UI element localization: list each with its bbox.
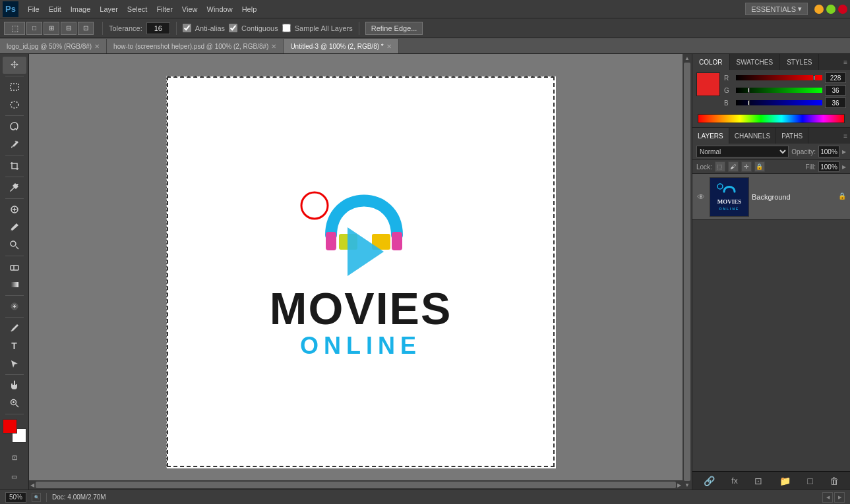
menu-view[interactable]: View <box>178 4 202 14</box>
close-button[interactable] <box>838 5 847 14</box>
menu-select[interactable]: Select <box>123 4 152 14</box>
blend-mode-select[interactable]: Normal <box>696 146 789 157</box>
scroll-down-icon[interactable]: ▼ <box>684 482 690 488</box>
tab-styles[interactable]: STYLES <box>780 54 819 70</box>
crop-tool[interactable] <box>3 157 26 175</box>
opacity-input[interactable]: 100% <box>818 146 839 157</box>
tab-logo-id[interactable]: logo_id.jpg @ 50% (RGB/8#) ✕ <box>0 39 107 53</box>
menu-file[interactable]: File <box>24 4 44 14</box>
layer-name-label: Background <box>752 193 835 201</box>
blue-value-input[interactable]: 36 <box>825 98 846 108</box>
eyedropper-tool[interactable] <box>3 179 26 196</box>
tab-layers[interactable]: LAYERS <box>692 128 729 144</box>
tab-close-icon[interactable]: ✕ <box>94 43 100 50</box>
screen-mode-button[interactable]: ▭ <box>3 468 26 485</box>
new-layer-icon[interactable]: □ <box>807 476 812 486</box>
refine-edge-button[interactable]: Refine Edge... <box>365 22 423 35</box>
layer-visibility-icon[interactable]: 👁 <box>695 191 707 203</box>
hand-tool[interactable] <box>3 377 26 394</box>
color-spectrum-bar[interactable] <box>698 114 845 123</box>
scroll-thumb[interactable] <box>684 63 690 481</box>
scroll-thumb-h[interactable] <box>36 482 676 488</box>
healing-brush-tool[interactable] <box>3 201 26 218</box>
minimize-button[interactable] <box>814 5 824 14</box>
tool-preset-picker[interactable]: ⬚ <box>4 22 25 35</box>
foreground-color-swatch[interactable] <box>3 419 17 434</box>
fill-arrow-icon[interactable]: ▶ <box>842 164 846 170</box>
add-style-icon[interactable]: fx <box>731 476 737 486</box>
menu-edit[interactable]: Edit <box>45 4 65 14</box>
gradient-tool[interactable] <box>3 276 26 293</box>
eraser-tool[interactable] <box>3 258 26 275</box>
brush-tool[interactable] <box>3 219 26 236</box>
link-layers-icon[interactable]: 🔗 <box>704 476 715 486</box>
zoom-status-icon[interactable]: 🔍 <box>32 493 41 502</box>
delete-layer-icon[interactable]: 🗑 <box>830 476 839 486</box>
status-bar: 🔍 Doc: 4.00M/2.70M ◀ ▶ <box>0 490 850 504</box>
layer-background[interactable]: 👁 MOVIES ONLINE Background 🔒 <box>692 174 850 220</box>
menu-image[interactable]: Image <box>67 4 95 14</box>
toolbar-separator <box>5 414 24 414</box>
color-swatch[interactable] <box>696 72 720 96</box>
tab-channels[interactable]: CHANNELS <box>729 128 776 144</box>
menu-help[interactable]: Help <box>238 4 261 14</box>
tolerance-input[interactable] <box>146 22 170 34</box>
lock-image-icon[interactable]: 🖌 <box>728 161 739 172</box>
marquee-ellipse-tool[interactable] <box>3 96 26 113</box>
maximize-button[interactable] <box>826 5 835 14</box>
add-mask-icon[interactable]: ⊡ <box>754 476 762 486</box>
tab-close-icon[interactable]: ✕ <box>386 43 392 50</box>
menu-layer[interactable]: Layer <box>96 4 122 14</box>
green-value-input[interactable]: 36 <box>825 85 846 96</box>
anti-alias-checkbox[interactable] <box>183 24 191 32</box>
subtract-selection-btn[interactable]: ⊟ <box>61 22 76 35</box>
opacity-arrow-icon[interactable]: ▶ <box>842 149 846 155</box>
scroll-left-icon[interactable]: ◀ <box>30 482 34 488</box>
tab-paths[interactable]: PATHS <box>776 128 808 144</box>
new-selection-btn[interactable]: □ <box>26 22 42 35</box>
contiguous-checkbox[interactable] <box>229 24 237 32</box>
tab-close-icon[interactable]: ✕ <box>271 43 276 50</box>
zoom-input[interactable] <box>5 492 26 503</box>
sample-all-checkbox[interactable] <box>282 24 291 32</box>
clone-stamp-tool[interactable] <box>3 237 26 254</box>
new-group-icon[interactable]: 📁 <box>779 476 791 486</box>
menu-window[interactable]: Window <box>203 4 237 14</box>
zoom-tool[interactable] <box>3 395 26 412</box>
scroll-up-icon[interactable]: ▲ <box>684 55 690 61</box>
horizontal-scrollbar[interactable]: ◀ ▶ <box>29 480 683 490</box>
layers-panel-options-icon[interactable]: ≡ <box>841 128 850 144</box>
lock-all-icon[interactable]: 🔒 <box>754 161 765 172</box>
vertical-scrollbar[interactable]: ▲ ▼ <box>683 54 692 490</box>
move-tool[interactable] <box>3 57 26 74</box>
scroll-right-icon[interactable]: ▶ <box>677 482 681 488</box>
quick-mask-toggle[interactable]: ⊡ <box>3 449 26 466</box>
intersect-selection-btn[interactable]: ⊡ <box>78 22 94 35</box>
nav-right-icon[interactable]: ▶ <box>834 492 845 503</box>
path-select-tool[interactable] <box>3 355 26 372</box>
blue-slider-row: B 36 <box>724 98 846 108</box>
lasso-tool[interactable] <box>3 118 26 135</box>
tab-untitled[interactable]: Untitled-3 @ 100% (2, RGB/8) * ✕ <box>284 39 398 53</box>
menu-filter[interactable]: Filter <box>152 4 176 14</box>
add-selection-btn[interactable]: ⊞ <box>44 22 59 35</box>
lock-position-icon[interactable]: ✛ <box>741 161 752 172</box>
tab-swatches[interactable]: SWATCHES <box>730 54 781 70</box>
color-panel-options-icon[interactable]: ≡ <box>841 54 850 70</box>
pen-tool[interactable] <box>3 320 26 337</box>
essentials-button[interactable]: ESSENTIALS ▾ <box>745 3 808 15</box>
lock-pixels-icon[interactable]: ⬚ <box>715 161 725 172</box>
tab-label: Untitled-3 @ 100% (2, RGB/8) * <box>290 43 383 50</box>
fill-input[interactable]: 100% <box>818 161 839 172</box>
tab-color[interactable]: COLOR <box>692 54 730 70</box>
red-value-input[interactable]: 228 <box>825 72 846 83</box>
magic-wand-tool[interactable] <box>3 136 26 153</box>
nav-left-icon[interactable]: ◀ <box>822 492 833 503</box>
type-tool[interactable]: T <box>3 337 26 354</box>
marquee-rect-tool[interactable] <box>3 78 26 96</box>
layer-lock-icon: 🔒 <box>838 192 847 202</box>
blur-tool[interactable] <box>3 298 26 315</box>
tab-screenshot-helper[interactable]: how-to (screenshot helper).psd @ 100% (2… <box>107 39 284 53</box>
svg-text:MOVIES: MOVIES <box>269 283 452 333</box>
canvas-area[interactable]: MOVIES ONLINE ▲ ▼ ◀ ▶ <box>29 54 692 490</box>
